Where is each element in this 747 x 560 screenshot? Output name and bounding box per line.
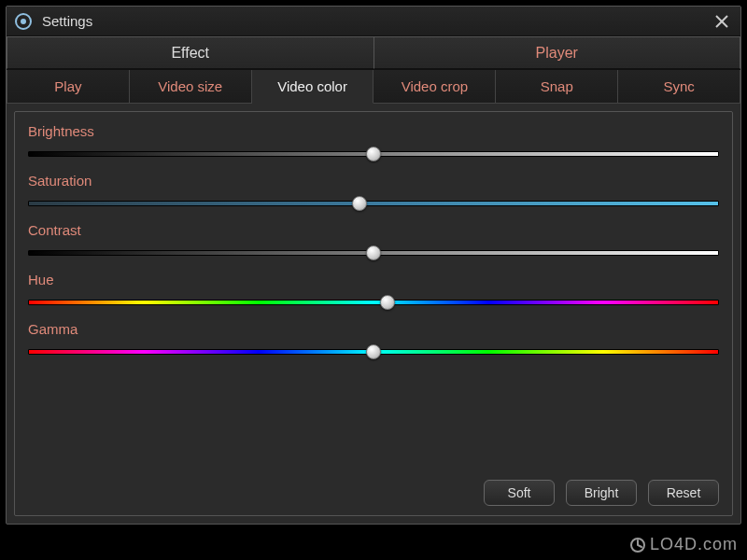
- soft-button[interactable]: Soft: [484, 480, 555, 506]
- slider-saturation: Saturation: [28, 173, 719, 211]
- slider-label: Saturation: [28, 173, 719, 189]
- subtab-snap[interactable]: Snap: [496, 70, 618, 104]
- watermark: LO4D.com: [629, 535, 738, 554]
- bright-button[interactable]: Bright: [566, 480, 637, 506]
- close-icon[interactable]: [711, 10, 733, 33]
- svg-point-1: [21, 19, 26, 24]
- titlebar: Settings: [7, 7, 740, 36]
- content-panel: Brightness Saturation Contrast Hue: [14, 111, 733, 516]
- reset-button[interactable]: Reset: [648, 480, 719, 506]
- button-label: Reset: [667, 485, 701, 500]
- slider-track-saturation[interactable]: [28, 196, 719, 211]
- track-bar: [28, 201, 719, 206]
- slider-label: Brightness: [28, 123, 719, 139]
- watermark-icon: [629, 537, 646, 553]
- subtab-label: Video crop: [402, 78, 468, 94]
- slider-hue: Hue: [28, 272, 719, 310]
- button-label: Bright: [585, 485, 619, 500]
- window-title: Settings: [42, 13, 711, 29]
- subtab-video-crop[interactable]: Video crop: [374, 70, 496, 104]
- slider-thumb[interactable]: [366, 245, 381, 260]
- slider-thumb[interactable]: [366, 147, 381, 161]
- subtab-label: Video size: [158, 78, 222, 94]
- subtab-sync[interactable]: Sync: [618, 70, 740, 104]
- subtab-label: Video color: [277, 78, 347, 94]
- track-bar: [28, 300, 719, 305]
- subtab-video-size[interactable]: Video size: [130, 70, 252, 104]
- tab-effect[interactable]: Effect: [7, 36, 374, 69]
- slider-track-hue[interactable]: [28, 295, 719, 310]
- slider-track-brightness[interactable]: [28, 147, 719, 161]
- tab-label: Player: [536, 45, 578, 62]
- slider-brightness: Brightness: [28, 123, 719, 161]
- slider-label: Gamma: [28, 321, 719, 337]
- slider-track-gamma[interactable]: [28, 344, 719, 359]
- subtab-video-color[interactable]: Video color: [252, 70, 374, 104]
- tab-player[interactable]: Player: [374, 36, 741, 69]
- subtab-play[interactable]: Play: [7, 70, 130, 104]
- app-icon: [14, 12, 33, 31]
- button-row: Soft Bright Reset: [28, 474, 719, 506]
- subtab-label: Play: [54, 78, 81, 94]
- slider-thumb[interactable]: [352, 196, 367, 211]
- sub-tabs: Play Video size Video color Video crop S…: [7, 70, 740, 104]
- watermark-text: LO4D.com: [650, 535, 738, 554]
- settings-window: Settings Effect Player Play Video size V…: [6, 6, 741, 525]
- slider-label: Contrast: [28, 222, 719, 238]
- slider-gamma: Gamma: [28, 321, 719, 359]
- slider-thumb[interactable]: [366, 344, 381, 359]
- main-tabs: Effect Player: [7, 36, 740, 70]
- subtab-label: Sync: [663, 78, 694, 94]
- slider-thumb[interactable]: [380, 295, 395, 310]
- slider-contrast: Contrast: [28, 222, 719, 260]
- slider-label: Hue: [28, 272, 719, 287]
- subtab-label: Snap: [541, 78, 573, 94]
- tab-label: Effect: [171, 45, 209, 62]
- button-label: Soft: [508, 485, 531, 500]
- slider-track-contrast[interactable]: [28, 245, 719, 260]
